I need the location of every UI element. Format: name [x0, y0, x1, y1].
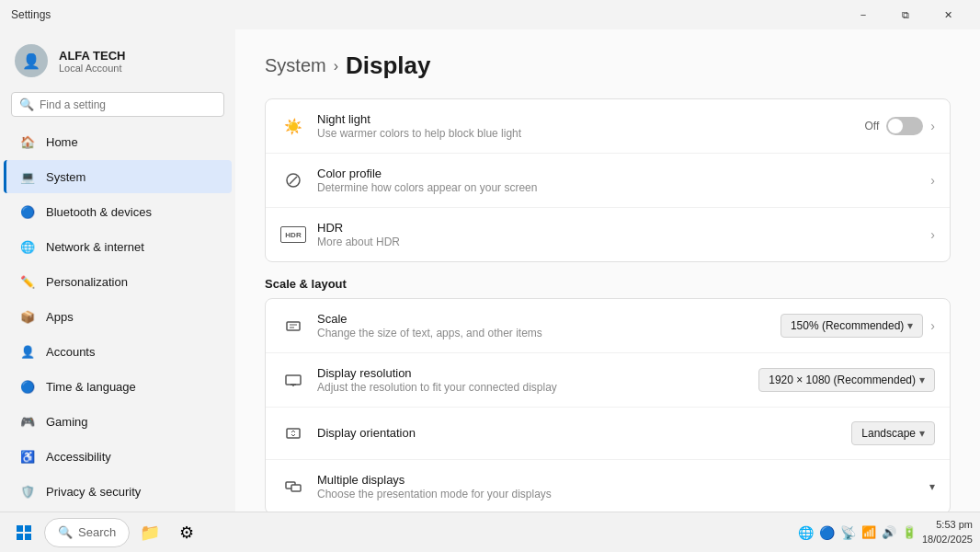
- display-orientation-icon: [280, 420, 306, 446]
- color-profile-control: ›: [930, 173, 935, 188]
- color-profile-desc: Determine how colors appear on your scre…: [317, 181, 930, 194]
- color-profile-icon: [280, 167, 306, 193]
- sidebar-search[interactable]: 🔍: [11, 92, 224, 117]
- multiple-displays-icon: [280, 474, 306, 500]
- display-resolution-desc: Adjust the resolution to fit your connec…: [317, 381, 758, 394]
- gaming-icon: 🎮: [18, 412, 37, 431]
- display-resolution-value: 1920 × 1080 (Recommended): [769, 374, 916, 386]
- hdr-title: HDR: [317, 221, 930, 235]
- color-profile-text: Color profile Determine how colors appea…: [317, 167, 930, 194]
- nav-item-privacy[interactable]: 🛡️ Privacy & security: [4, 475, 232, 508]
- taskbar-right: 🌐 🔵 📡 📶 🔊 🔋 5:53 pm 18/02/2025: [798, 518, 973, 546]
- display-orientation-dropdown[interactable]: Landscape ▾: [851, 421, 935, 445]
- user-profile[interactable]: 👤 ALFA TECH Local Account: [0, 29, 235, 88]
- display-orientation-title: Display orientation: [317, 426, 851, 440]
- wifi-tray-icon[interactable]: 📡: [840, 525, 856, 540]
- titlebar-title: Settings: [11, 8, 51, 21]
- multiple-displays-title: Multiple displays: [317, 473, 929, 487]
- maximize-button[interactable]: ⧉: [884, 0, 927, 29]
- nav-item-network[interactable]: 🌐 Network & internet: [4, 230, 232, 263]
- display-resolution-dropdown[interactable]: 1920 × 1080 (Recommended) ▾: [758, 368, 935, 392]
- display-resolution-row[interactable]: Display resolution Adjust the resolution…: [266, 353, 950, 408]
- taskbar-left: 🔍 Search 📁 ⚙: [7, 516, 203, 549]
- scale-dropdown[interactable]: 150% (Recommended) ▾: [781, 314, 923, 338]
- taskbar: 🔍 Search 📁 ⚙ 🌐 🔵 📡 📶 🔊 🔋 5:53 pm 18/02/2…: [0, 512, 980, 552]
- scale-control: 150% (Recommended) ▾ ›: [781, 314, 935, 338]
- nav-item-system[interactable]: 💻 System: [4, 160, 232, 193]
- close-button[interactable]: ✕: [927, 0, 969, 29]
- taskbar-app-files[interactable]: 📁: [133, 516, 166, 549]
- top-settings-section: ☀️ Night light Use warmer colors to help…: [265, 98, 951, 262]
- night-light-control: Off ›: [865, 117, 935, 135]
- battery-tray-icon[interactable]: 🔋: [902, 525, 917, 539]
- hdr-icon: HDR: [280, 222, 306, 247]
- titlebar-controls: − ⧉ ✕: [842, 0, 969, 29]
- nav-item-gaming[interactable]: 🎮 Gaming: [4, 405, 232, 438]
- accessibility-icon: ♿: [18, 447, 37, 466]
- nav-label-accounts: Accounts: [46, 345, 95, 359]
- network-icon: 🌐: [18, 237, 37, 256]
- start-button[interactable]: [7, 516, 40, 549]
- clock[interactable]: 5:53 pm 18/02/2025: [922, 518, 973, 546]
- user-account-type: Local Account: [59, 63, 125, 74]
- taskbar-search-button[interactable]: 🔍 Search: [44, 518, 130, 547]
- hdr-desc: More about HDR: [317, 236, 930, 248]
- breadcrumb-arrow: ›: [334, 58, 338, 75]
- accounts-icon: 👤: [18, 342, 37, 361]
- titlebar: Settings − ⧉ ✕: [0, 0, 980, 29]
- search-icon: 🔍: [19, 98, 34, 111]
- svg-rect-12: [25, 525, 31, 532]
- nav-item-bluetooth[interactable]: 🔵 Bluetooth & devices: [4, 195, 232, 228]
- nav-item-accessibility[interactable]: ♿ Accessibility: [4, 440, 232, 473]
- display-resolution-control: 1920 × 1080 (Recommended) ▾: [758, 368, 935, 392]
- time-icon: 🔵: [18, 377, 37, 396]
- display-orientation-control: Landscape ▾: [851, 421, 935, 445]
- scale-layout-section: Scale Change the size of text, apps, and…: [265, 298, 951, 512]
- minimize-button[interactable]: −: [842, 0, 884, 29]
- svg-rect-14: [25, 534, 31, 540]
- scale-row[interactable]: Scale Change the size of text, apps, and…: [266, 299, 950, 353]
- nav-item-personalization[interactable]: ✏️ Personalization: [4, 265, 232, 298]
- display-orientation-text: Display orientation: [317, 426, 851, 441]
- nav-label-privacy: Privacy & security: [46, 485, 141, 499]
- volume-tray-icon[interactable]: 🔊: [882, 525, 896, 539]
- night-light-toggle[interactable]: [886, 117, 923, 135]
- breadcrumb-parent[interactable]: System: [265, 55, 326, 76]
- nav-label-home: Home: [46, 135, 78, 149]
- main-content: System › Display ☀️ Night light Use warm…: [235, 29, 980, 512]
- sidebar-search-input[interactable]: [40, 98, 216, 111]
- scale-text: Scale Change the size of text, apps, and…: [317, 312, 781, 339]
- color-profile-title: Color profile: [317, 167, 930, 180]
- nav-label-bluetooth: Bluetooth & devices: [46, 205, 152, 219]
- home-icon: 🏠: [18, 132, 37, 151]
- multiple-displays-row[interactable]: Multiple displays Choose the presentatio…: [266, 460, 950, 512]
- avatar: 👤: [15, 44, 48, 77]
- nav-item-time[interactable]: 🔵 Time & language: [4, 370, 232, 403]
- taskbar-app-settings[interactable]: ⚙: [170, 516, 203, 549]
- nav-item-apps[interactable]: 📦 Apps: [4, 300, 232, 333]
- nav-item-accounts[interactable]: 👤 Accounts: [4, 335, 232, 368]
- user-info: ALFA TECH Local Account: [59, 49, 125, 74]
- files-icon: 📁: [140, 523, 160, 543]
- breadcrumb: System › Display: [265, 52, 951, 80]
- nav-label-network: Network & internet: [46, 240, 144, 254]
- display-orientation-chevron: ▾: [919, 427, 925, 440]
- signal-tray-icon[interactable]: 📶: [861, 525, 876, 539]
- network-tray-icon[interactable]: 🌐: [798, 525, 814, 540]
- scale-chevron: ›: [930, 318, 935, 333]
- night-light-toggle-label: Off: [865, 120, 880, 132]
- nav-item-home[interactable]: 🏠 Home: [4, 125, 232, 158]
- multiple-displays-text: Multiple displays Choose the presentatio…: [317, 473, 929, 500]
- scale-title: Scale: [317, 312, 781, 326]
- taskbar-search-label: Search: [78, 525, 116, 539]
- user-name: ALFA TECH: [59, 49, 125, 63]
- night-light-text: Night light Use warmer colors to help bl…: [317, 112, 865, 140]
- hdr-row[interactable]: HDR HDR More about HDR ›: [266, 208, 950, 261]
- night-light-row[interactable]: ☀️ Night light Use warmer colors to help…: [266, 99, 950, 154]
- bluetooth-tray-icon[interactable]: 🔵: [819, 525, 835, 540]
- sidebar: 👤 ALFA TECH Local Account 🔍 🏠 Home 💻 Sys…: [0, 29, 235, 512]
- color-profile-row[interactable]: Color profile Determine how colors appea…: [266, 154, 950, 208]
- night-light-title: Night light: [317, 112, 865, 126]
- display-orientation-row[interactable]: Display orientation Landscape ▾: [266, 408, 950, 460]
- system-icon: 💻: [18, 167, 37, 186]
